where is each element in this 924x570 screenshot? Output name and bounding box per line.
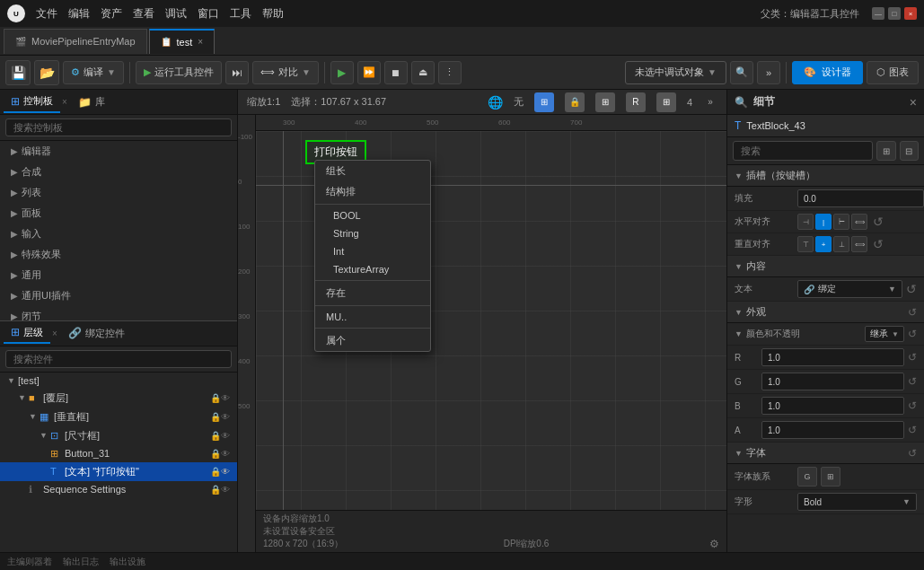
maximize-button[interactable]: □ — [888, 7, 901, 20]
tree-item-sequence[interactable]: ℹ Sequence Settings 🔒 👁 — [0, 481, 237, 498]
tab-test-close[interactable]: × — [198, 37, 203, 47]
control-search-input[interactable] — [5, 118, 232, 136]
valign-bottom-btn[interactable]: ⊥ — [833, 236, 849, 252]
more-button[interactable]: ⋮ — [438, 61, 462, 84]
context-item-mu[interactable]: MU.. — [315, 308, 430, 326]
color-reset[interactable]: ↺ — [908, 328, 917, 340]
context-item-int[interactable]: Int — [315, 242, 430, 260]
color-b-input[interactable] — [761, 397, 904, 415]
color-a-reset[interactable]: ↺ — [908, 424, 917, 436]
context-item-bool[interactable]: BOOL — [315, 206, 430, 224]
hier-tab-close[interactable]: × — [52, 329, 57, 338]
context-item-attr[interactable]: 属个 — [315, 330, 430, 351]
halign-reset[interactable]: ↺ — [873, 215, 884, 229]
hierarchy-tab-bind[interactable]: 🔗 绑定控件 — [61, 322, 132, 344]
panel-tab-close[interactable]: × — [62, 97, 67, 107]
font-family-btn1[interactable]: G — [797, 467, 817, 487]
minimize-button[interactable]: — — [872, 7, 884, 20]
more-options[interactable]: » — [757, 61, 780, 84]
tab-test[interactable]: 📋 test × — [149, 29, 216, 54]
graph-button[interactable]: ⬡ 图表 — [867, 61, 919, 84]
close-button[interactable]: × — [904, 7, 917, 20]
details-grid-icon[interactable]: ⊞ — [876, 141, 896, 161]
category-input[interactable]: ▶ 输入 — [0, 224, 237, 244]
category-ui-plugin[interactable]: ▶ 通用UI插件 — [0, 285, 237, 306]
menu-edit[interactable]: 编辑 — [63, 4, 95, 23]
color-g-reset[interactable]: ↺ — [908, 375, 917, 388]
menu-view[interactable]: 查看 — [128, 4, 160, 23]
design-button[interactable]: 🎨 设计器 — [792, 61, 863, 84]
color-g-input[interactable] — [761, 373, 904, 390]
tree-item-sizebox[interactable]: ▼ ⊡ [尺寸框] 🔒 👁 — [0, 426, 237, 445]
valign-reset[interactable]: ↺ — [873, 237, 884, 251]
eject-button[interactable]: ⏏ — [411, 61, 435, 84]
status-item-2[interactable]: 输出日志 — [63, 556, 99, 568]
section-content-header[interactable]: ▼ 内容 — [727, 256, 924, 277]
canvas-grid-btn[interactable]: ⊞ — [656, 92, 676, 112]
halign-fill-btn[interactable]: ⟺ — [851, 214, 867, 230]
menu-window[interactable]: 窗口 — [192, 4, 224, 23]
context-item-exist[interactable]: 存在 — [315, 283, 430, 303]
canvas-view-btn2[interactable]: ⊞ — [595, 92, 615, 112]
valign-center-btn[interactable]: + — [815, 236, 832, 252]
hierarchy-tab-levels[interactable]: ⊞ 层级 — [4, 322, 50, 344]
tree-item-text-selected[interactable]: T [文本] "打印按钮" 🔒 👁 — [0, 462, 237, 481]
context-item-texture[interactable]: TextureArray — [315, 260, 430, 278]
save-button[interactable]: 💾 — [5, 60, 31, 85]
details-panel-close[interactable]: × — [910, 95, 917, 110]
status-item-1[interactable]: 主编则器着 — [7, 556, 52, 568]
text-bind-dropdown[interactable]: 🔗 绑定 ▼ — [797, 280, 902, 298]
run-button[interactable]: ▶ 运行工具控件 — [136, 61, 222, 84]
subsection-font-header[interactable]: ▼ 字体 ↺ — [727, 443, 924, 464]
open-button[interactable]: 📂 — [34, 60, 59, 85]
valign-top-btn[interactable]: ⊤ — [797, 236, 814, 252]
inherit-dropdown[interactable]: 继承 ▼ — [865, 326, 904, 342]
canvas-r-btn[interactable]: R — [626, 92, 646, 112]
category-list[interactable]: ▶ 列表 — [0, 182, 237, 203]
panel-tab-controlboard[interactable]: ⊞ 控制板 — [4, 92, 60, 113]
prop-padding-input[interactable] — [797, 189, 924, 207]
context-item-group[interactable]: 组长 — [315, 161, 430, 181]
halign-right-btn[interactable]: ⊢ — [833, 214, 849, 230]
menu-tools[interactable]: 工具 — [224, 4, 257, 23]
details-filter-icon[interactable]: ⊟ — [900, 141, 920, 161]
debug-target-dropdown[interactable]: 未选中调试对象 ▼ — [625, 61, 726, 84]
tab-movie[interactable]: 🎬 MoviePipelineEntryMap — [4, 29, 147, 54]
canvas-content[interactable]: 300 400 500 600 700 打印按钮 — [256, 115, 726, 552]
fast-forward-button[interactable]: ⏩ — [357, 61, 381, 84]
color-r-reset[interactable]: ↺ — [908, 351, 917, 364]
step-button[interactable]: ⏭ — [225, 61, 249, 84]
font-style-dropdown[interactable]: Bold ▼ — [797, 493, 917, 511]
details-search-input[interactable] — [733, 141, 873, 161]
category-general[interactable]: ▶ 通用 — [0, 265, 237, 285]
tree-item-vbox[interactable]: ▼ ▦ [垂直框] 🔒 👁 — [0, 408, 237, 426]
menu-help[interactable]: 帮助 — [257, 4, 289, 23]
compile-button[interactable]: ⚙ 编译 ▼ — [63, 61, 124, 84]
stop-button[interactable]: ⏹ — [384, 61, 408, 84]
menu-file[interactable]: 文件 — [31, 4, 63, 23]
color-a-input[interactable] — [761, 421, 904, 439]
category-editor[interactable]: ▶ 编辑器 — [0, 141, 237, 162]
font-reset[interactable]: ↺ — [908, 447, 917, 460]
appearance-reset[interactable]: ↺ — [908, 306, 917, 319]
canvas-lock-btn[interactable]: 🔒 — [565, 92, 585, 112]
compile-more[interactable]: ▼ — [107, 67, 116, 77]
hierarchy-search-input[interactable] — [5, 350, 232, 368]
category-fx[interactable]: ▶ 特殊效果 — [0, 244, 237, 265]
context-item-string[interactable]: String — [315, 224, 430, 242]
compare-button[interactable]: ⟺ 对比 ▼ — [252, 61, 319, 84]
menu-debug[interactable]: 调试 — [160, 4, 192, 23]
tree-item-button31[interactable]: ⊞ Button_31 🔒 👁 — [0, 445, 237, 462]
status-item-3[interactable]: 输出设施 — [110, 556, 145, 568]
halign-center-btn[interactable]: | — [815, 214, 832, 230]
compare-more[interactable]: ▼ — [302, 67, 311, 77]
text-reset[interactable]: ↺ — [906, 282, 917, 296]
canvas-chevron[interactable]: » — [703, 92, 717, 112]
settings-icon[interactable]: ⚙ — [709, 538, 719, 550]
context-item-struct[interactable]: 结构排 — [315, 181, 430, 202]
subsection-color-header[interactable]: ▼ 颜色和不透明 继承 ▼ ↺ — [727, 323, 924, 346]
valign-fill-btn[interactable]: ⟺ — [851, 236, 867, 252]
font-family-btn2[interactable]: ⊞ — [821, 467, 840, 487]
color-r-input[interactable] — [761, 348, 904, 366]
menu-assets[interactable]: 资产 — [95, 4, 128, 23]
